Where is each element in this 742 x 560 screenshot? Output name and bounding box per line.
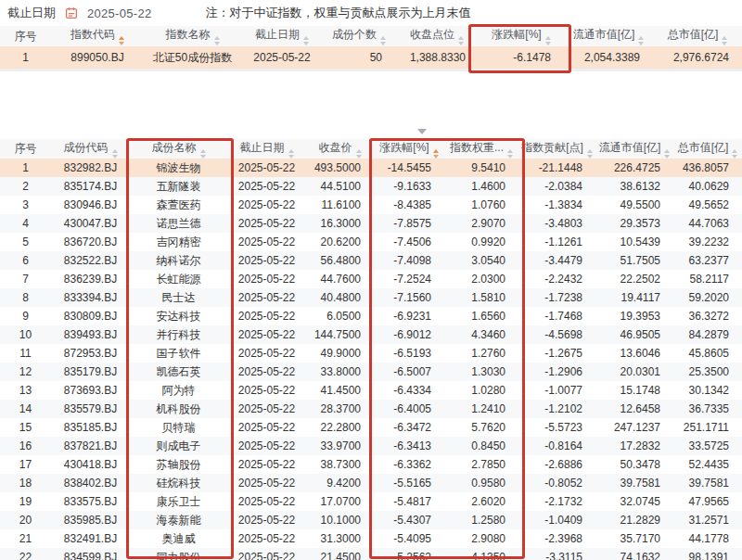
column-label: 收盘价: [319, 141, 352, 154]
table-row[interactable]: 20835985.BJ海泰新能2025-05-2210.1000-5.43071…: [0, 511, 742, 529]
cell-total-mv: 436.8057: [673, 159, 742, 177]
chevron-down-icon[interactable]: [417, 129, 427, 134]
column-header-end-date[interactable]: 截止日期: [227, 139, 306, 159]
cell-change-pct: -14.5455: [374, 159, 444, 177]
table-row[interactable]: 5836720.BJ吉冈精密2025-05-2220.6200-7.45060.…: [0, 233, 742, 251]
column-header-float-mv[interactable]: 流通市值[亿]: [564, 26, 653, 46]
sort-caret-icon[interactable]: [119, 36, 124, 45]
table-row[interactable]: 9830809.BJ安达科技2025-05-226.0500-6.92311.6…: [0, 307, 742, 325]
cell-close-price: 16.3000: [306, 214, 374, 233]
deadline-date-value[interactable]: 2025-05-22: [87, 6, 152, 20]
cell-close-point: 1,388.8330: [395, 46, 479, 70]
column-header-constituent-count[interactable]: 成份个数: [323, 26, 395, 46]
cell-change-pct: -6.5193: [374, 344, 444, 363]
column-header-total-mv[interactable]: 总市值[亿]: [673, 139, 742, 159]
table-row[interactable]: 2835174.BJ五新隧装2025-05-2244.5100-9.16331.…: [0, 177, 742, 196]
column-header-index-contrib[interactable]: 指数贡献[点]: [518, 139, 595, 159]
cell-index-weight: 2.7850: [444, 455, 518, 474]
cell-end-date: 2025-05-22: [227, 325, 306, 344]
cell-total-mv: 84.2879: [673, 325, 742, 344]
column-header-float-mv[interactable]: 流通市值[亿]: [595, 139, 673, 159]
table-row[interactable]: 12835179.BJ凯德石英2025-05-2233.8000-6.50071…: [0, 363, 742, 381]
column-header-index-code[interactable]: 指数代码: [51, 26, 144, 46]
sort-caret-icon[interactable]: [545, 36, 551, 45]
column-header-change-pct[interactable]: 涨跌幅[%]: [374, 139, 444, 159]
cell-total-mv: 36.7335: [673, 400, 742, 418]
cell-close-price: 49.9000: [306, 344, 374, 363]
table-row[interactable]: 22834599.BJ同力股份2025-05-2221.4500-5.25624…: [0, 548, 742, 560]
table-row[interactable]: 13873693.BJ阿为特2025-05-2241.4500-6.43341.…: [0, 381, 742, 400]
column-header-stock-name[interactable]: 成份名称: [130, 139, 227, 159]
sort-caret-icon[interactable]: [587, 149, 593, 159]
cell-end-date: 2025-05-22: [227, 196, 306, 214]
table-row[interactable]: 1899050.BJ北证50成份指数2025-05-22501,388.8330…: [0, 46, 742, 70]
table-row[interactable]: 19833575.BJ康乐卫士2025-05-2217.0700-5.48172…: [0, 492, 742, 511]
cell-seq: 6: [0, 251, 51, 270]
sort-caret-icon[interactable]: [507, 149, 513, 159]
cell-stock-code: 873693.BJ: [51, 381, 130, 400]
table-row[interactable]: 21832491.BJ奥迪威2025-05-2231.3000-5.40952.…: [0, 529, 742, 548]
cell-seq: 16: [0, 437, 51, 455]
column-header-end-date[interactable]: 截止日期: [241, 26, 323, 46]
sort-caret-icon[interactable]: [433, 149, 439, 159]
sort-caret-icon[interactable]: [380, 36, 386, 45]
column-header-index-name[interactable]: 指数名称: [144, 26, 241, 46]
cell-stock-code: 835579.BJ: [51, 400, 130, 418]
cell-total-mv: 49.5652: [673, 196, 742, 214]
column-header-close-point[interactable]: 收盘点位: [395, 26, 479, 46]
column-header-close-price[interactable]: 收盘价: [306, 139, 374, 159]
cell-change-pct: -5.5165: [374, 474, 444, 492]
table-row[interactable]: 3830946.BJ森萱医药2025-05-2211.6100-8.43851.…: [0, 196, 742, 214]
cell-stock-name: 康乐卫士: [130, 492, 227, 511]
sort-caret-icon[interactable]: [638, 36, 644, 45]
table-row[interactable]: 6832522.BJ纳科诺尔2025-05-2256.4800-7.40983.…: [0, 251, 742, 270]
cell-index-weight: 1.0760: [444, 196, 518, 214]
cell-close-price: 38.7300: [306, 455, 374, 474]
sort-caret-icon[interactable]: [112, 149, 118, 159]
cell-close-price: 41.4500: [306, 381, 374, 400]
table-row[interactable]: 16837821.BJ则成电子2025-05-2233.9700-6.34130…: [0, 437, 742, 455]
sort-caret-icon[interactable]: [664, 149, 670, 159]
cell-close-price: 33.9700: [306, 437, 374, 455]
cell-stock-name: 凯德石英: [130, 363, 227, 381]
sort-caret-icon[interactable]: [458, 36, 464, 45]
cell-end-date: 2025-05-22: [227, 529, 306, 548]
cell-change-pct: -9.1633: [374, 177, 444, 196]
sort-caret-icon[interactable]: [732, 149, 737, 159]
sort-caret-icon[interactable]: [200, 149, 206, 159]
table-row[interactable]: 4430047.BJ诺思兰德2025-05-2216.3000-7.85752.…: [0, 214, 742, 233]
table-row[interactable]: 7836239.BJ长虹能源2025-05-2244.7600-7.25242.…: [0, 270, 742, 288]
table-row[interactable]: 10839493.BJ并行科技2025-05-22144.7500-6.9012…: [0, 325, 742, 344]
table-row[interactable]: 8833394.BJ民士达2025-05-2240.4800-7.15601.5…: [0, 288, 742, 307]
cell-seq: 20: [0, 511, 51, 529]
table-row[interactable]: 18838402.BJ硅烷科技2025-05-229.4200-5.51650.…: [0, 474, 742, 492]
column-label: 成份名称: [152, 141, 197, 154]
column-header-stock-code[interactable]: 成份代码: [51, 139, 130, 159]
cell-stock-name: 海泰新能: [130, 511, 227, 529]
cell-index-weight: 5.7620: [444, 418, 518, 437]
cell-float-mv: 74.1632: [595, 548, 673, 560]
column-header-index-weight[interactable]: 指数权重...: [444, 139, 518, 159]
table-row[interactable]: 11872953.BJ国子软件2025-05-2249.9000-6.51931…: [0, 344, 742, 363]
sort-caret-icon[interactable]: [303, 36, 309, 45]
column-header-change-pct[interactable]: 涨跌幅[%]: [479, 26, 564, 46]
calendar-icon[interactable]: [65, 6, 78, 19]
sort-caret-icon[interactable]: [214, 36, 220, 45]
sort-caret-icon[interactable]: [356, 149, 362, 159]
table-row[interactable]: 17430418.BJ苏轴股份2025-05-2238.7300-6.33622…: [0, 455, 742, 474]
sort-caret-icon[interactable]: [722, 36, 727, 45]
cell-stock-code: 430047.BJ: [51, 214, 130, 233]
cell-index-contrib: -1.0409: [518, 511, 595, 529]
table-row[interactable]: 15835185.BJ贝特瑞2025-05-2222.2800-6.34725.…: [0, 418, 742, 437]
cell-float-mv: 46.9505: [595, 325, 673, 344]
cell-total-mv: 52.4435: [673, 455, 742, 474]
cell-change-pct: -7.4506: [374, 233, 444, 251]
table-row[interactable]: 14835579.BJ机科股份2025-05-2228.3700-6.40051…: [0, 400, 742, 418]
cell-change-pct: -7.4098: [374, 251, 444, 270]
sort-caret-icon[interactable]: [288, 149, 294, 159]
cell-stock-code: 835985.BJ: [51, 511, 130, 529]
table-row[interactable]: 1832982.BJ锦波生物2025-05-22493.5000-14.5455…: [0, 159, 742, 177]
column-header-total-mv[interactable]: 总市值[亿]: [653, 26, 742, 46]
cell-total-mv: 40.0629: [673, 177, 742, 196]
index-summary-table: 序号指数代码指数名称截止日期成份个数收盘点位涨跌幅[%]流通市值[亿]总市值[亿…: [0, 26, 742, 71]
